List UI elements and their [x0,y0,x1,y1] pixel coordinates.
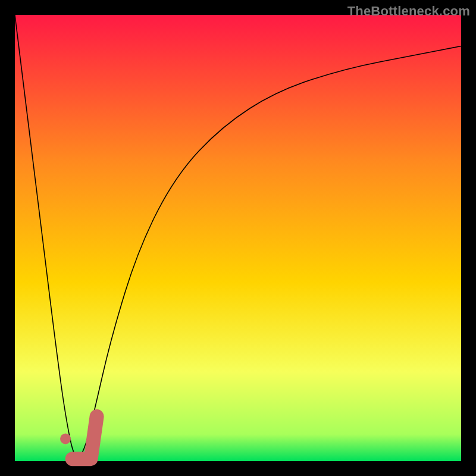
chart-svg [0,0,476,476]
selection-marker-dot [60,434,71,444]
chart-frame: TheBottleneck.com [0,0,476,476]
plot-area-gradient [15,15,461,461]
